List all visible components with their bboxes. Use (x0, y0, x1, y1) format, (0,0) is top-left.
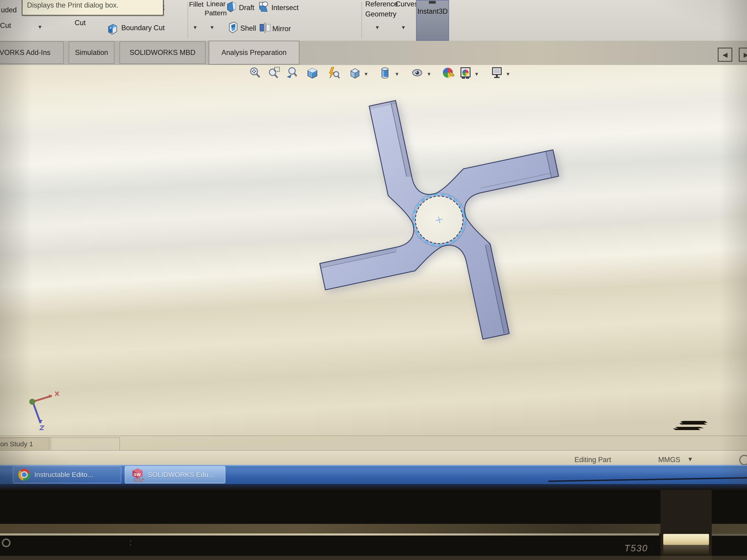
tab-solidworks-add-ins[interactable]: VORKS Add-Ins (0, 42, 63, 64)
linear-pattern-button-line2[interactable]: Pattern (205, 9, 227, 17)
tab-solidworks-mbd[interactable]: SOLIDWORKS MBD (120, 42, 206, 64)
units-dropdown-arrow[interactable] (689, 455, 692, 463)
motion-study-tab[interactable]: tion Study 1 (0, 437, 51, 451)
motion-study-tab-label: tion Study 1 (0, 440, 33, 448)
bezel-ring-icon (2, 538, 10, 547)
tab-label: SOLIDWORKS MBD (130, 49, 196, 57)
draft-button[interactable]: Draft (239, 4, 254, 12)
bezel-highlight-band (0, 524, 747, 534)
curves-dropdown-arrow[interactable] (402, 24, 405, 31)
laptop-hinge (661, 490, 712, 560)
reference-geometry-button-line2[interactable]: Geometry (365, 10, 396, 18)
part-pinwheel-model[interactable] (0, 65, 747, 455)
tab-label: Analysis Preparation (222, 49, 286, 57)
screen-edge (0, 484, 747, 490)
power-led-icon (130, 540, 136, 546)
chrome-icon (18, 469, 30, 481)
ribbon-scroll-left-icon[interactable] (718, 48, 732, 62)
editing-mode-status: Editing Part (574, 456, 611, 464)
hinge-reflection (663, 534, 709, 545)
taskbar-button-label: SOLIDWORKS Edu... (148, 471, 214, 479)
bezel-highlight-line-right (711, 534, 747, 536)
screen-smudge-artifact (673, 420, 723, 438)
units-selector[interactable]: MMGS (658, 456, 680, 464)
linear-pattern-dropdown-arrow[interactable] (210, 24, 213, 31)
motionmanager-strip: tion Study 1 (0, 435, 747, 451)
intersect-button[interactable]: Intersect (272, 4, 299, 12)
revolved-cut-button[interactable]: Cut (75, 19, 85, 27)
instant3d-icon (429, 1, 436, 4)
tab-simulation[interactable]: Simulation (69, 42, 114, 64)
mirror-button[interactable]: Mirror (272, 25, 291, 33)
fillet-button[interactable]: Fillet (189, 0, 203, 8)
svg-text:SW: SW (134, 472, 141, 477)
keyboard-deck-edge (0, 556, 747, 560)
taskbar-button-label: Instructable Edito... (34, 471, 93, 479)
intersect-icon[interactable] (258, 0, 269, 13)
ribbon-separator (188, 2, 188, 38)
linear-pattern-button-line1[interactable]: Linear (206, 0, 226, 8)
graphics-area[interactable] (0, 65, 747, 455)
boundary-cut-button[interactable]: Boundary Cut (121, 24, 165, 32)
draft-icon[interactable] (226, 1, 237, 14)
instant3d-toggle-button[interactable]: Instant3D (416, 0, 449, 41)
shell-icon[interactable] (227, 21, 238, 34)
solidworks-2016-icon: SW 2016 (130, 467, 145, 482)
ribbon-separator (362, 2, 362, 38)
tab-label: Simulation (75, 49, 108, 57)
extruded-cut-label-fragment[interactable]: uded (1, 6, 17, 14)
ribbon-features-toolbar: uded Cut Wizard Cut t Boundary Cut Fille… (0, 0, 747, 41)
print-tooltip-text: Displays the Print dialog box. (27, 1, 119, 9)
laptop-bezel: T530 (0, 490, 747, 560)
reference-geometry-dropdown-arrow[interactable] (376, 24, 379, 31)
mirror-icon[interactable] (259, 22, 271, 34)
extruded-cut-label-fragment2[interactable]: Cut (0, 22, 11, 30)
curves-button[interactable]: Curves (395, 0, 418, 8)
print-tooltip: Displays the Print dialog box. (22, 0, 164, 16)
fillet-dropdown-arrow[interactable] (194, 24, 197, 31)
ribbon-scroll-right-icon[interactable] (739, 48, 747, 62)
tab-label: VORKS Add-Ins (0, 49, 50, 57)
laptop-model-label: T530 (624, 543, 648, 553)
hinge-shadow (663, 545, 709, 554)
shell-button[interactable]: Shell (240, 24, 256, 32)
svg-text:2016: 2016 (133, 477, 144, 482)
commandmanager-tab-row: VORKS Add-Ins Simulation SOLIDWORKS MBD … (0, 41, 747, 65)
orientation-triad (22, 390, 72, 438)
status-gear-icon[interactable] (739, 455, 747, 465)
status-bar: Editing Part MMGS (0, 450, 747, 465)
hole-wizard-dropdown-arrow[interactable] (38, 23, 42, 30)
instant3d-label: Instant3D (416, 7, 448, 16)
tab-analysis-preparation[interactable]: Analysis Preparation (209, 41, 299, 64)
reference-geometry-button-line1[interactable]: Reference (365, 0, 398, 8)
taskbar-button-solidworks[interactable]: SW 2016 SOLIDWORKS Edu... (125, 466, 226, 483)
motion-study-tab-area[interactable] (49, 437, 120, 451)
taskbar-button-chrome-instructables[interactable]: Instructable Edito... (13, 466, 121, 483)
bezel-highlight-line (0, 533, 659, 535)
boundary-cut-icon[interactable] (106, 23, 118, 36)
windows-taskbar: Instructable Edito... SW 2016 SOLIDWORKS… (0, 465, 747, 484)
